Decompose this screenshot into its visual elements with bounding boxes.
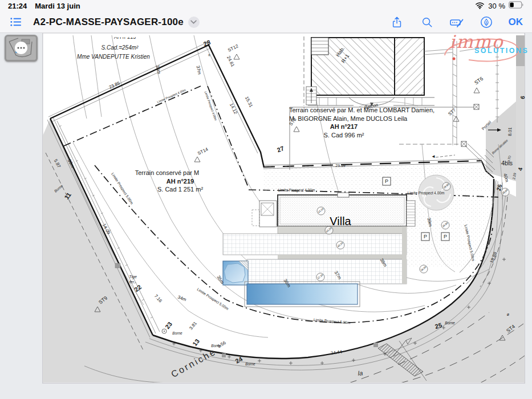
parcel-217-area: S. Cad 996 m²: [289, 131, 399, 140]
parcel-219-ref: AH n°219: [112, 177, 249, 186]
thumbnail-preview: [5, 35, 38, 62]
chevron-down-icon[interactable]: [188, 17, 200, 28]
page-thumbnail[interactable]: [5, 35, 38, 62]
parcel-219-line1: Terrain conservé par M: [112, 169, 222, 177]
clock: 21:24: [8, 2, 27, 10]
parcel-219-area: S. Cad 1 251 m²: [112, 185, 249, 194]
search-icon[interactable]: [420, 15, 434, 30]
status-date: Mardi 13 juin: [35, 2, 80, 10]
ok-button[interactable]: OK: [509, 17, 523, 28]
parcel-217-ref: AH n°217: [289, 123, 399, 131]
share-icon[interactable]: [390, 15, 405, 30]
parcel-217-text: Terrain conservé par M. et Mme LOMBART D…: [289, 106, 449, 139]
battery-percent: 30 %: [488, 2, 505, 10]
battery-icon: [509, 1, 524, 10]
swimming-pool: [245, 282, 360, 307]
parcel-217-line1: Terrain conservé par M. et Mme LOMBART D…: [289, 106, 449, 115]
document-title: A2-PC-MASSE-PAYSAGER-100e: [33, 17, 184, 28]
ellipsis-icon: [18, 47, 25, 49]
tree-symbol: [419, 175, 454, 210]
spa-pool: [223, 261, 248, 285]
toolbar: A2-PC-MASSE-PAYSAGER-100e: [0, 11, 532, 33]
annotate-icon[interactable]: [479, 15, 494, 30]
status-bar: 21:24 Mardi 13 juin 30 %: [0, 0, 532, 11]
wifi-icon: [475, 1, 485, 11]
site-plan-drawing: [0, 0, 532, 399]
parcel-217-line2: M. BIGORGNE Alain, Mme DUCLOS Leila: [289, 115, 449, 123]
markup-icon[interactable]: [449, 15, 464, 30]
table-of-contents-icon[interactable]: [8, 15, 23, 30]
parcel-219-text: Terrain conservé par M AH n°219 S. Cad 1…: [112, 169, 249, 194]
